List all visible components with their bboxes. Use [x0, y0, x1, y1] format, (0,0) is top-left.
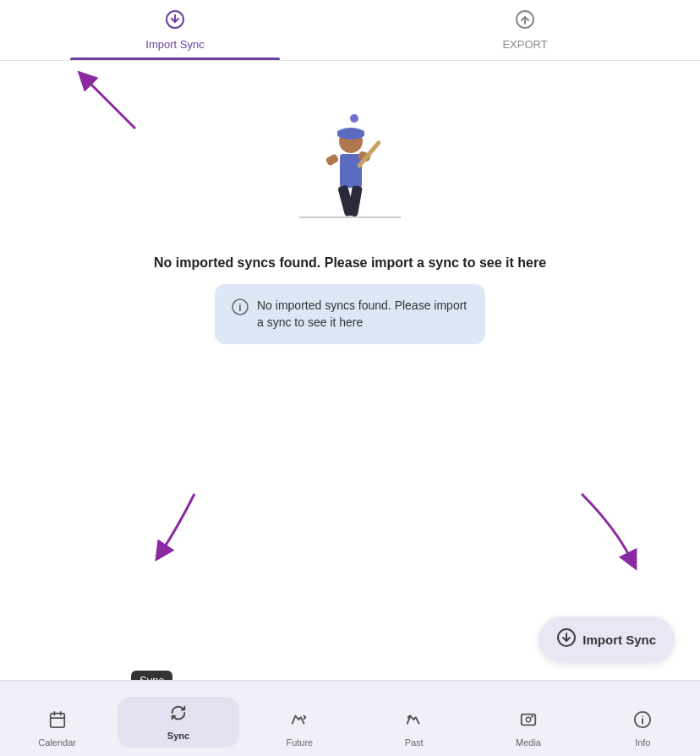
arrow-to-import-btn [565, 485, 649, 570]
svg-point-13 [350, 114, 358, 123]
import-sync-button-icon [557, 628, 576, 651]
nav-item-future[interactable]: Future [243, 702, 357, 748]
nav-item-media[interactable]: Media [471, 702, 585, 748]
nav-item-past[interactable]: Past [357, 702, 471, 748]
future-icon [290, 710, 309, 734]
tab-import-sync[interactable]: Import Sync [0, 0, 350, 60]
info-nav-icon [633, 710, 652, 734]
arrow-to-tab [68, 69, 169, 137]
arrow-to-sync-nav [144, 485, 211, 562]
nav-item-sync[interactable]: Sync [118, 697, 238, 748]
sync-icon [169, 704, 188, 727]
nav-label-past: Past [405, 737, 424, 748]
nav-label-info: Info [635, 737, 650, 748]
nav-item-calendar[interactable]: Calendar [0, 702, 114, 748]
info-icon: i [232, 299, 249, 320]
info-box: i No imported syncs found. Please import… [215, 284, 485, 344]
main-content: No imported syncs found. Please import a… [0, 61, 700, 680]
svg-rect-17 [50, 714, 64, 728]
nav-item-info[interactable]: Info [586, 702, 700, 748]
media-icon [519, 710, 538, 734]
nav-label-future: Future [286, 737, 313, 748]
export-tab-icon [515, 9, 535, 35]
svg-rect-18 [522, 715, 536, 726]
svg-rect-6 [337, 130, 364, 137]
past-icon [405, 710, 424, 734]
svg-point-20 [531, 715, 533, 718]
top-tab-bar: Import Sync EXPORT [0, 0, 700, 61]
calendar-icon [48, 710, 67, 734]
empty-state-illustration [274, 86, 426, 238]
tab-export[interactable]: EXPORT [350, 0, 700, 60]
import-sync-button[interactable]: Import Sync [539, 616, 675, 663]
svg-text:i: i [238, 302, 241, 314]
empty-title: No imported syncs found. Please import a… [137, 255, 563, 271]
bottom-nav: Calendar Sync Future Past [0, 680, 700, 756]
nav-label-calendar: Calendar [38, 737, 76, 748]
import-sync-button-label: Import Sync [582, 633, 656, 647]
svg-rect-3 [340, 154, 362, 188]
import-sync-tab-icon [165, 9, 185, 35]
svg-rect-9 [325, 153, 339, 167]
import-sync-tab-label: Import Sync [145, 38, 204, 51]
info-box-text: No imported syncs found. Please import a… [257, 298, 468, 331]
export-tab-label: EXPORT [502, 38, 547, 51]
nav-label-media: Media [516, 737, 541, 748]
svg-point-19 [526, 717, 531, 722]
nav-label-sync: Sync [167, 731, 189, 741]
